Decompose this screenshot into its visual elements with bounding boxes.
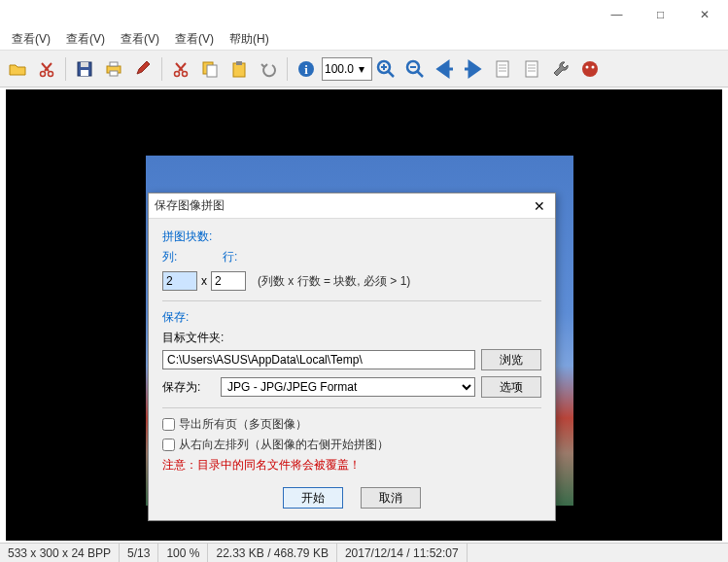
svg-rect-18 bbox=[497, 61, 508, 77]
window-titlebar: — □ ✕ bbox=[0, 0, 728, 29]
scissors-icon bbox=[171, 59, 191, 79]
menubar: 查看(V) 查看(V) 查看(V) 查看(V) 帮助(H) bbox=[0, 29, 728, 51]
divider bbox=[162, 407, 541, 408]
next-button[interactable] bbox=[460, 55, 487, 83]
svg-rect-4 bbox=[81, 70, 88, 76]
columns-label: 列: bbox=[162, 249, 186, 265]
status-datetime: 2017/12/14 / 11:52:07 bbox=[337, 544, 468, 562]
save-as-label: 保存为: bbox=[162, 379, 215, 396]
status-filesize: 22.33 KB / 468.79 KB bbox=[208, 544, 336, 562]
svg-point-8 bbox=[175, 71, 180, 76]
close-button[interactable]: ✕ bbox=[682, 1, 726, 28]
save-section-label: 保存: bbox=[162, 309, 541, 326]
printer-icon bbox=[104, 59, 123, 79]
svg-point-22 bbox=[592, 65, 595, 68]
menu-help[interactable]: 帮助(H) bbox=[222, 29, 277, 50]
tiles-section-label: 拼图块数: bbox=[162, 228, 541, 245]
paste-button[interactable] bbox=[225, 55, 253, 83]
target-folder-input[interactable] bbox=[162, 350, 475, 369]
copy-icon bbox=[200, 59, 220, 79]
rows-input[interactable] bbox=[211, 271, 246, 291]
format-select[interactable]: JPG - JPG/JPEG Format bbox=[221, 377, 475, 397]
arrow-left-icon bbox=[433, 58, 455, 80]
info-icon: i bbox=[296, 59, 316, 79]
target-folder-label: 目标文件夹: bbox=[162, 330, 541, 346]
menu-view-1[interactable]: 查看(V) bbox=[4, 29, 58, 50]
dialog-close-button[interactable]: ✕ bbox=[530, 196, 549, 216]
zoom-out-icon bbox=[404, 58, 426, 80]
options-button[interactable]: 选项 bbox=[481, 376, 541, 398]
maximize-button[interactable]: □ bbox=[639, 1, 682, 28]
svg-point-0 bbox=[41, 71, 46, 76]
doc1-button[interactable] bbox=[489, 55, 516, 83]
svg-rect-7 bbox=[110, 71, 118, 76]
folder-open-icon bbox=[8, 59, 27, 79]
minimize-button[interactable]: — bbox=[595, 1, 639, 28]
svg-rect-3 bbox=[81, 62, 88, 67]
toolbar-separator bbox=[65, 57, 66, 81]
menu-view-2[interactable]: 查看(V) bbox=[58, 29, 113, 50]
browse-button[interactable]: 浏览 bbox=[481, 349, 541, 370]
svg-point-21 bbox=[586, 65, 589, 68]
dialog-title: 保存图像拼图 bbox=[155, 197, 225, 214]
menu-view-3[interactable]: 查看(V) bbox=[113, 29, 167, 50]
doc2-button[interactable] bbox=[518, 55, 545, 83]
svg-rect-12 bbox=[233, 63, 245, 77]
copy-button[interactable] bbox=[196, 55, 224, 83]
cut-button[interactable] bbox=[33, 55, 60, 83]
svg-text:i: i bbox=[304, 62, 308, 77]
cancel-button[interactable]: 取消 bbox=[361, 487, 421, 509]
toolbar-separator bbox=[287, 57, 288, 81]
save-button[interactable] bbox=[71, 55, 98, 83]
clipboard-icon bbox=[229, 59, 249, 79]
tools-button[interactable] bbox=[547, 55, 574, 83]
svg-rect-6 bbox=[110, 62, 118, 66]
zoom-out-button[interactable] bbox=[401, 55, 429, 83]
rtl-checkbox-row[interactable]: 从右向左排列（从图像的右侧开始拼图） bbox=[162, 437, 541, 453]
columns-input[interactable] bbox=[162, 271, 197, 291]
undo-icon bbox=[259, 59, 278, 79]
print-button[interactable] bbox=[100, 55, 127, 83]
document-icon bbox=[522, 59, 541, 79]
menu-view-4[interactable]: 查看(V) bbox=[167, 29, 222, 50]
arrow-right-icon bbox=[463, 58, 484, 80]
dialog-titlebar[interactable]: 保存图像拼图 ✕ bbox=[149, 193, 555, 219]
export-all-checkbox-row[interactable]: 导出所有页（多页图像） bbox=[162, 416, 541, 433]
overwrite-warning: 注意：目录中的同名文件将会被覆盖！ bbox=[162, 457, 541, 474]
open-button[interactable] bbox=[4, 55, 31, 83]
info-button[interactable]: i bbox=[293, 55, 320, 83]
zoom-in-button[interactable] bbox=[372, 55, 399, 83]
rtl-label: 从右向左排列（从图像的右侧开始拼图） bbox=[179, 437, 389, 453]
export-all-label: 导出所有页（多页图像） bbox=[179, 416, 307, 433]
prev-button[interactable] bbox=[431, 55, 458, 83]
svg-point-1 bbox=[49, 71, 53, 76]
cut2-button[interactable] bbox=[167, 55, 194, 83]
svg-rect-11 bbox=[207, 65, 217, 77]
edit-button[interactable] bbox=[129, 55, 156, 83]
export-all-checkbox[interactable] bbox=[162, 418, 175, 431]
svg-point-9 bbox=[183, 71, 188, 76]
floppy-icon bbox=[75, 59, 94, 79]
formula-hint: (列数 x 行数 = 块数, 必须 > 1) bbox=[258, 273, 410, 290]
save-tile-dialog: 保存图像拼图 ✕ 拼图块数: 列: 行: x (列数 x 行数 = 块数, 必须… bbox=[148, 193, 556, 521]
zoom-in-icon bbox=[375, 58, 397, 80]
start-button[interactable]: 开始 bbox=[283, 487, 343, 509]
scissors-icon bbox=[37, 59, 56, 79]
mascot-icon bbox=[579, 58, 601, 80]
mascot-button[interactable] bbox=[576, 55, 604, 83]
rtl-checkbox[interactable] bbox=[162, 439, 175, 451]
divider bbox=[162, 300, 541, 301]
document-icon bbox=[493, 59, 512, 79]
pencil-icon bbox=[133, 59, 153, 79]
undo-button[interactable] bbox=[255, 55, 282, 83]
wrench-icon bbox=[551, 59, 571, 79]
toolbar-separator bbox=[161, 57, 162, 81]
svg-rect-19 bbox=[526, 61, 537, 77]
status-page: 5/13 bbox=[120, 544, 158, 562]
statusbar: 533 x 300 x 24 BPP 5/13 100 % 22.33 KB /… bbox=[0, 543, 728, 562]
status-dimensions: 533 x 300 x 24 BPP bbox=[0, 544, 120, 562]
svg-rect-13 bbox=[236, 61, 242, 65]
toolbar: i ▾ bbox=[0, 51, 728, 88]
zoom-input[interactable] bbox=[322, 57, 372, 81]
multiply-label: x bbox=[201, 274, 207, 288]
